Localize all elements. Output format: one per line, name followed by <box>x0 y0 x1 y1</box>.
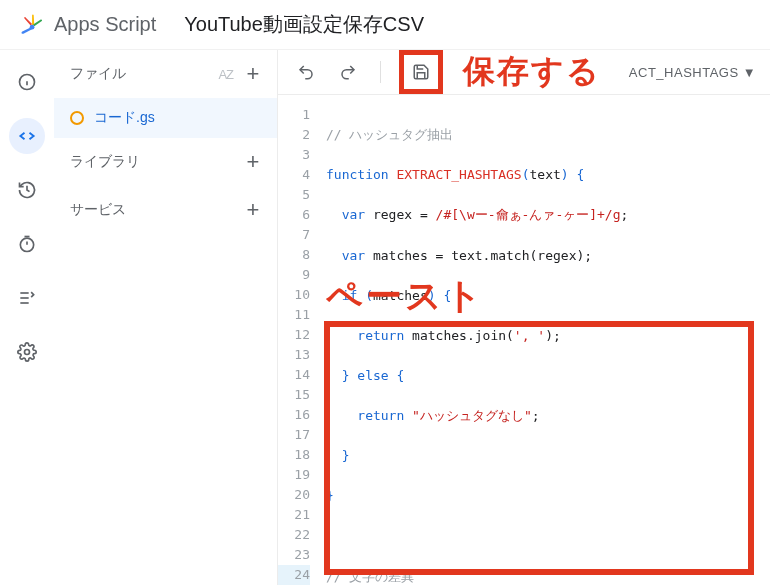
add-file-button[interactable]: + <box>241 61 265 87</box>
services-label: サービス <box>70 201 126 219</box>
line-gutter: 123456789101112131415161718192021222324 <box>278 95 320 585</box>
svg-point-10 <box>25 350 30 355</box>
app-title: Apps Script <box>54 13 156 36</box>
libraries-section-head: ライブラリ + <box>54 138 277 186</box>
chevron-down-icon: ▼ <box>743 65 756 80</box>
services-section-head: サービス + <box>54 186 277 234</box>
rail-settings-icon[interactable] <box>9 334 45 370</box>
add-service-button[interactable]: + <box>241 197 265 223</box>
toolbar-divider <box>380 61 381 83</box>
rail-editor-icon[interactable] <box>9 118 45 154</box>
annotation-save: 保存する <box>463 50 601 94</box>
svg-point-4 <box>20 238 33 251</box>
rail-overview-icon[interactable] <box>9 64 45 100</box>
rail-executions-icon[interactable] <box>9 280 45 316</box>
editor-toolbar: 保存する ACT_HASHTAGS ▼ <box>278 50 770 95</box>
files-section-head: ファイル AZ + <box>54 50 277 98</box>
sort-icon[interactable]: AZ <box>218 67 233 82</box>
left-rail <box>0 50 54 585</box>
rail-history-icon[interactable] <box>9 172 45 208</box>
file-name: コード.gs <box>94 109 155 127</box>
function-selector[interactable]: ACT_HASHTAGS ▼ <box>629 65 756 80</box>
annotation-paste: ペースト <box>326 272 485 321</box>
sidebar: ファイル AZ + コード.gs ライブラリ + サービス + <box>54 50 278 585</box>
redo-button[interactable] <box>334 58 362 86</box>
files-label: ファイル <box>70 65 126 83</box>
code-content[interactable]: // ハッシュタグ抽出 function EXTRACT_HASHTAGS(te… <box>320 95 770 585</box>
apps-script-logo <box>18 12 44 38</box>
project-title[interactable]: YouTube動画設定保存CSV <box>184 11 424 38</box>
code-editor[interactable]: 123456789101112131415161718192021222324 … <box>278 95 770 585</box>
file-item-code[interactable]: コード.gs <box>54 98 277 138</box>
app-header: Apps Script YouTube動画設定保存CSV <box>0 0 770 50</box>
undo-button[interactable] <box>292 58 320 86</box>
unsaved-dot-icon <box>70 111 84 125</box>
svg-point-0 <box>30 24 35 29</box>
libraries-label: ライブラリ <box>70 153 140 171</box>
rail-triggers-icon[interactable] <box>9 226 45 262</box>
add-library-button[interactable]: + <box>241 149 265 175</box>
save-button-highlight <box>399 50 443 94</box>
save-button[interactable] <box>407 58 435 86</box>
